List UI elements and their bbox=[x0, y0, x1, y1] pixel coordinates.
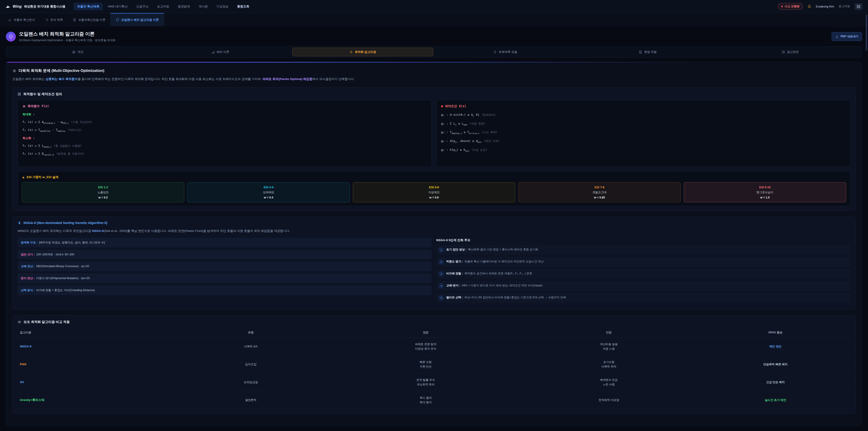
formula-f3: f₃ (x) = Σ Lboom,j(총 오일펜스 사용량) bbox=[22, 144, 427, 148]
nav-item-integrated-search[interactable]: 통합조회 bbox=[234, 3, 253, 10]
col-header-type: 유형 bbox=[167, 328, 334, 338]
pdf-export-button[interactable]: PDF 내보내기 bbox=[832, 32, 862, 41]
book-icon bbox=[782, 51, 785, 54]
section-tab-field-application[interactable]: 현장 적용 bbox=[577, 48, 718, 56]
tab-diffusion-model-theory[interactable]: 유출유확산모델 이론 bbox=[68, 13, 111, 26]
highlight-conflicting-objectives: 상충하는 복수 목적함수 bbox=[45, 77, 78, 81]
line-chart-icon bbox=[8, 18, 11, 22]
tab-analysis-list[interactable]: 분석 목록 bbox=[40, 13, 68, 26]
bell-icon[interactable] bbox=[807, 4, 811, 8]
step-number-badge: 4 bbox=[439, 284, 443, 288]
step-number-badge: 2 bbox=[439, 260, 443, 264]
esi-card-5-6: ESI 5-6 자갈해안 w = 0.6 bbox=[353, 182, 515, 202]
esi-card-1-2: ESI 1-2 노출암반 w = 0.2 bbox=[22, 182, 184, 202]
logout-button[interactable]: 로그아웃 bbox=[839, 4, 850, 8]
red-dot-icon bbox=[441, 105, 443, 107]
col-header-cons: 단점 bbox=[517, 328, 700, 338]
section-tab-hydrodynamics-model[interactable]: 유체역학 모델 bbox=[435, 48, 576, 56]
flower-icon bbox=[22, 105, 26, 108]
nav-item-aerial-search[interactable]: 항공탐색 bbox=[174, 3, 193, 10]
tabbar: 유출유 확산분석 분석 목록 유출유확산모델 이론 오일펜스 배치 알고리즘 이… bbox=[0, 13, 868, 26]
table-row-sa: SA 모의담금질 전역 탈출 우수 국소최적 회피 매개변수 민감 느린 수렴 … bbox=[18, 373, 850, 391]
loop-title: NSGA-II 5단계 진화 루프 bbox=[436, 238, 850, 242]
constraint-panel-title: 제약조건 G(x) bbox=[441, 104, 846, 108]
constraint-g4: g₄ : d(pj, shore) ≥ dmin(연안 이격) bbox=[441, 139, 846, 143]
nsga-card-title: NSGA-II (Non-dominated Sorting Genetic A… bbox=[18, 221, 850, 225]
nav-item-rescue[interactable]: 긴급구난 bbox=[132, 3, 152, 10]
topbar-right: 사고 진행중 Eunjeong Kim 로그아웃 bbox=[778, 3, 863, 10]
nav-item-board[interactable]: 게시판 bbox=[195, 3, 211, 10]
maximize-label: 최대화 : bbox=[22, 112, 427, 116]
shield-icon bbox=[6, 32, 16, 41]
col-header-algorithm: 알고리즘 bbox=[18, 328, 167, 338]
nsga-intro-paragraph: WING의 오일펜스 배치 최적화는 다목적 유전알고리즘 NSGA-II(De… bbox=[18, 228, 850, 234]
page-title: 오일펜스 배치 최적화 알고리즘 이론 bbox=[19, 31, 116, 37]
page-header: 오일펜스 배치 최적화 알고리즘 이론 Oil Boom Deployment … bbox=[0, 26, 868, 45]
list-icon bbox=[45, 18, 49, 22]
constraint-g3: g₃ : Tdeploy,i ≤ Tarrive,i(시간 제약) bbox=[441, 130, 846, 134]
user-name: Eunjeong Kim bbox=[816, 5, 834, 8]
content-area: 다목적 최적화 문제 (Multi-Objective Optimization… bbox=[6, 62, 862, 426]
constraint-g5: g₅ : h(pj) ≥ hmin(수심 조건) bbox=[441, 148, 846, 152]
section-heading-moo: 다목적 최적화 문제 (Multi-Objective Optimization… bbox=[12, 68, 856, 73]
constraint-panel: 제약조건 G(x) g₁ : U·sin(θᵢ) ≤ Uc ∀i(임계유속) g… bbox=[436, 100, 850, 167]
incident-dot-icon bbox=[781, 6, 783, 7]
param-mutation: 변이 연산 :다항식 변이(Polynomial Mutation) · ηm=… bbox=[18, 274, 432, 283]
objective-panel-title: 목적함수 F(x) bbox=[22, 104, 427, 108]
nav-item-spill-prediction[interactable]: 유출유 확산예측 bbox=[73, 3, 103, 10]
dna-icon bbox=[18, 221, 21, 225]
formula-f2: f₂ (x) = Tdeadline - Tdeploy(여유시간) bbox=[22, 128, 427, 132]
nsga-evolution-loop: NSGA-II 5단계 진화 루프 1 초기 집단 생성 :확산예측 결과 기반… bbox=[436, 238, 850, 305]
document-icon bbox=[73, 18, 76, 22]
param-selection: 선택 방식 :비지배 정렬 + 혼잡도 거리(Crowding Distance… bbox=[18, 285, 432, 295]
table-header-row: 알고리즘 유형 장점 단점 WING 활용 bbox=[18, 328, 850, 338]
nav-item-reports[interactable]: 보고자료 bbox=[153, 3, 173, 10]
loop-step-3: 3 비지배 정렬 :목적함수 공간에서 파레토 전면 계층(F₁, F₂, F₃… bbox=[436, 269, 850, 279]
nav-item-hns[interactable]: HNS·대기확산 bbox=[104, 3, 131, 10]
esi-card-3-4: ESI 3-4 모래해변 w = 0.4 bbox=[187, 182, 350, 202]
param-crossover: 교배 연산 :SBX(Simulated Binary Crossover) ·… bbox=[18, 261, 432, 271]
formula-f4: f₄ (x) = Σ Dvessel,k(방제정 총 이동거리) bbox=[22, 152, 427, 156]
param-chromosome: 염색체 구조 :[배치지점 위경도, 방향각도, 길이, 형태, 세그먼트 수] bbox=[18, 238, 432, 247]
nsga-parameter-list: 염색체 구조 :[배치지점 위경도, 방향각도, 길이, 형태, 세그먼트 수]… bbox=[18, 238, 432, 305]
col-header-wing-usage: WING 활용 bbox=[701, 328, 850, 338]
incident-status-badge: 사고 진행중 bbox=[778, 3, 803, 10]
hamburger-menu-icon[interactable] bbox=[855, 3, 863, 10]
formula-f1: f₁ (x) = Σ Ablocked,i · wESI,i(가중 차단면적) bbox=[22, 120, 427, 124]
objective-function-panel: 목적함수 F(x) 최대화 : f₁ (x) = Σ Ablocked,i · … bbox=[18, 100, 432, 167]
moo-intro-paragraph: 오일펜스 배치 최적화는 상충하는 복수 목적함수를 동시에 만족해야 하는 전… bbox=[12, 76, 856, 82]
scrollbar-thumb[interactable] bbox=[866, 14, 867, 51]
system-name: 해양환경 위기대응 통합시스템 bbox=[24, 4, 65, 8]
esi-panel-title: ESI 가중치 w_ESI 설계 bbox=[22, 175, 846, 179]
section-tab-overview[interactable]: 개요 bbox=[7, 48, 148, 56]
loop-step-5: 5 엘리트 선택 :부모+자식 2N 집단에서 비지배 정렬+혼잡도 기준으로 … bbox=[436, 293, 850, 303]
section-tabs: 개요 배치 이론 최적화 알고리즘 유체역학 모델 현장 적용 참고문헌 bbox=[6, 46, 862, 58]
section-tab-deployment-theory[interactable]: 배치 이론 bbox=[150, 48, 291, 56]
algorithm-comparison-card: 보조 최적화 알고리즘 비교 적용 알고리즘 유형 장점 단점 WING 활용 … bbox=[12, 315, 856, 414]
param-population: 집단 크기 :100~200개체 · 세대수 50~200 bbox=[18, 250, 432, 259]
triangle-icon bbox=[22, 176, 25, 179]
step-number-badge: 3 bbox=[439, 272, 443, 276]
constraint-g2: g₂ : Σ Lj ≤ Lmax(자원 한계) bbox=[441, 122, 846, 126]
highlight-nsga: NSGA-II bbox=[92, 229, 103, 233]
shield-icon bbox=[116, 18, 119, 22]
tab-boom-algorithm-theory[interactable]: 오일펜스 배치 알고리즘 이론 bbox=[111, 13, 164, 26]
brand: Wing 해양환경 위기대응 통합시스템 bbox=[5, 4, 65, 8]
section-tab-references[interactable]: 참고문헌 bbox=[720, 48, 861, 56]
step-number-badge: 5 bbox=[439, 296, 443, 300]
download-icon bbox=[835, 35, 839, 38]
topbar: Wing 해양환경 위기대응 통합시스템 유출유 확산예측 HNS·대기확산 긴… bbox=[0, 0, 868, 13]
tab-spill-analysis[interactable]: 유출유 확산분석 bbox=[3, 13, 40, 26]
droplet-icon bbox=[493, 51, 497, 54]
table-row-nsga: NSGA-II 다목적 GA 파레토 전면 탐색 다양성 유지 우수 계산비용 … bbox=[18, 337, 850, 355]
loop-step-4: 4 교배·변이 :SBX + 다항식 변이로 자식 세대 생성, 제약조건 위반… bbox=[436, 281, 850, 291]
building-icon bbox=[639, 51, 642, 54]
gear-icon bbox=[349, 51, 353, 54]
objective-constraint-card: 목적함수 및 제약조건 정의 목적함수 F(x) 최대화 : f₁ (x) = … bbox=[12, 87, 856, 211]
minimize-label: 최소화 : bbox=[22, 136, 427, 140]
scale-icon bbox=[18, 320, 21, 324]
esi-card-9-10: ESI 9-10 맹그로브습지 w = 1.0 bbox=[684, 182, 846, 202]
nav-item-weather[interactable]: 기상정보 bbox=[213, 3, 232, 10]
section-tab-optimization-algorithm[interactable]: 최적화 알고리즘 bbox=[292, 48, 433, 56]
comparison-table: 알고리즘 유형 장점 단점 WING 활용 NSGA-II 다목적 GA 파레토… bbox=[18, 328, 850, 409]
